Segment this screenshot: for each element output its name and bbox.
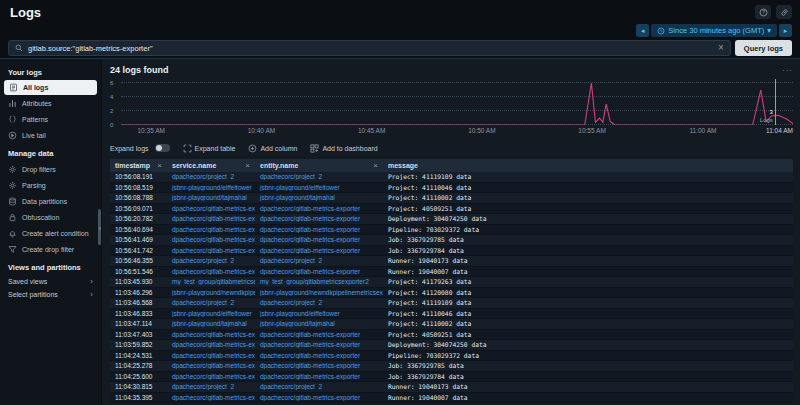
log-row[interactable]: 11:04:25.600dpachecorc/gitlab-metrics-ex…	[110, 372, 793, 383]
cell-entity-name[interactable]: dpachecorc/gitlab-metrics-exporter	[255, 215, 383, 222]
log-row[interactable]: 10:56:41.742dpachecorc/gitlab-metrics-ex…	[110, 246, 793, 257]
sidebar-item-patterns[interactable]: Patterns	[0, 111, 101, 127]
cell-entity-name[interactable]: dpachecorc/gitlab-metrics-exporter	[255, 352, 383, 359]
toggle-switch[interactable]	[155, 144, 170, 152]
cell-entity-name[interactable]: my_test_group/gitlabmetricsexporter2	[255, 278, 383, 285]
remove-column-icon[interactable]: ×	[373, 161, 378, 170]
cell-entity-name[interactable]: dpachecorc/gitlab-metrics-exporter	[255, 394, 383, 401]
cell-entity-name[interactable]: dpachecorc/gitlab-metrics-exporter	[255, 362, 383, 369]
column-header-message[interactable]: message	[383, 162, 793, 169]
expand-table-button[interactable]: Expand table	[183, 144, 236, 153]
log-row[interactable]: 10:56:08.788jsbnr-playground/tajmahaljsb…	[110, 193, 793, 204]
log-row[interactable]: 10:56:41.469dpachecorc/gitlab-metrics-ex…	[110, 235, 793, 246]
log-row[interactable]: 10:56:51.546dpachecorc/gitlab-metrics-ex…	[110, 267, 793, 278]
sidebar-item-select-partitions[interactable]: Select partitions›	[0, 288, 101, 301]
cell-service-name[interactable]: dpachecorc/gitlab-metrics-exporter	[167, 373, 255, 380]
cell-entity-name[interactable]: dpachecorc/gitlab-metrics-exporter	[255, 205, 383, 212]
cell-service-name[interactable]: dpachecorc/gitlab-metrics-exporter	[167, 331, 255, 338]
sidebar-item-live-tail[interactable]: Live tail	[0, 127, 101, 143]
cell-entity-name[interactable]: dpachecorc/gitlab-metrics-exporter	[255, 247, 383, 254]
column-header-entity-name[interactable]: entity.name×	[255, 161, 383, 170]
log-row[interactable]: 11:04:24.531dpachecorc/gitlab-metrics-ex…	[110, 351, 793, 362]
sidebar-item-saved-views[interactable]: Saved views›	[0, 275, 101, 288]
log-row[interactable]: 10:56:09.071dpachecorc/gitlab-metrics-ex…	[110, 204, 793, 215]
query-logs-button[interactable]: Query logs	[735, 40, 792, 56]
cell-service-name[interactable]: dpachecorc/gitlab-metrics-exporter	[167, 268, 255, 275]
log-row[interactable]: 11:03:46.833jsbnr-playground/eiffeltower…	[110, 309, 793, 320]
chart-plot-area[interactable]: 3Logs	[121, 79, 793, 125]
sidebar-item-create-alert-condition[interactable]: Create alert condition	[0, 225, 101, 241]
cell-entity-name[interactable]: dpachecorc/gitlab-metrics-exporter	[255, 268, 383, 275]
log-row[interactable]: 11:03:46.296jsbnr-playground/newndkpipel…	[110, 288, 793, 299]
time-range-button[interactable]: Since 30 minutes ago (GMT) ▾	[651, 24, 777, 37]
cell-service-name[interactable]: jsbnr-playground/newndkpipelinemetricsex…	[167, 289, 255, 296]
cell-service-name[interactable]: dpachecorc/gitlab-metrics-exporter	[167, 394, 255, 401]
add-to-dashboard-button[interactable]: Add to dashboard	[310, 144, 377, 153]
sidebar-item-all-logs[interactable]: All logs	[4, 80, 97, 95]
cell-entity-name[interactable]: dpachecorc/project_2	[255, 257, 383, 264]
more-options-icon[interactable]: ···	[782, 66, 793, 75]
cell-service-name[interactable]: dpachecorc/gitlab-metrics-exporter	[167, 215, 255, 222]
log-row[interactable]: 10:56:46.355dpachecorc/project_2dpacheco…	[110, 256, 793, 267]
cell-entity-name[interactable]: dpachecorc/gitlab-metrics-exporter	[255, 341, 383, 348]
search-input[interactable]: gitlab.source:"gitlab-metrics-exporter" …	[8, 40, 731, 56]
cell-service-name[interactable]: dpachecorc/gitlab-metrics-exporter	[167, 341, 255, 348]
time-prev-button[interactable]: ◂	[636, 24, 649, 37]
log-row[interactable]: 10:56:08.519jsbnr-playground/eiffeltower…	[110, 183, 793, 194]
cell-service-name[interactable]: dpachecorc/project_2	[167, 257, 255, 264]
cell-entity-name[interactable]: dpachecorc/gitlab-metrics-exporter	[255, 331, 383, 338]
sidebar-item-drop-filters[interactable]: Drop filters	[0, 161, 101, 177]
column-header-timestamp[interactable]: timestamp×	[110, 161, 167, 170]
sidebar-collapse-icon[interactable]: ‹	[99, 225, 101, 232]
cell-entity-name[interactable]: dpachecorc/gitlab-metrics-exporter	[255, 373, 383, 380]
add-column-button[interactable]: Add column	[248, 144, 297, 153]
cell-service-name[interactable]: dpachecorc/project_2	[167, 299, 255, 306]
cell-entity-name[interactable]: jsbnr-playground/eiffeltower	[255, 310, 383, 317]
log-row[interactable]: 11:03:47.114jsbnr-playground/tajmahaljsb…	[110, 319, 793, 330]
cell-entity-name[interactable]: jsbnr-playground/eiffeltower	[255, 184, 383, 191]
cell-service-name[interactable]: dpachecorc/gitlab-metrics-exporter	[167, 352, 255, 359]
sidebar-item-obfuscation[interactable]: Obfuscation	[0, 209, 101, 225]
cell-service-name[interactable]: dpachecorc/project_2	[167, 383, 255, 390]
log-row[interactable]: 11:03:59.852dpachecorc/gitlab-metrics-ex…	[110, 340, 793, 351]
log-row[interactable]: 10:56:08.191dpachecorc/project_2dpacheco…	[110, 172, 793, 183]
log-row[interactable]: 10:56:40.694dpachecorc/gitlab-metrics-ex…	[110, 225, 793, 236]
cell-entity-name[interactable]: dpachecorc/gitlab-metrics-exporter	[255, 236, 383, 243]
remove-column-icon[interactable]: ×	[157, 161, 162, 170]
cell-service-name[interactable]: jsbnr-playground/eiffeltower	[167, 310, 255, 317]
expand-logs-toggle[interactable]: Expand logs	[110, 144, 170, 152]
sidebar-item-create-drop-filter[interactable]: Create drop filter	[0, 241, 101, 257]
cell-entity-name[interactable]: dpachecorc/project_2	[255, 173, 383, 180]
cell-entity-name[interactable]: jsbnr-playground/newndkpipelinemetricsex…	[255, 289, 383, 296]
cell-service-name[interactable]: jsbnr-playground/eiffeltower	[167, 184, 255, 191]
cell-service-name[interactable]: jsbnr-playground/tajmahal	[167, 194, 255, 201]
cell-entity-name[interactable]: dpachecorc/gitlab-metrics-exporter	[255, 226, 383, 233]
cell-entity-name[interactable]: dpachecorc/project_2	[255, 299, 383, 306]
cell-service-name[interactable]: dpachecorc/gitlab-metrics-exporter	[167, 226, 255, 233]
cell-service-name[interactable]: dpachecorc/gitlab-metrics-exporter	[167, 362, 255, 369]
column-header-service-name[interactable]: service.name×	[167, 161, 255, 170]
sidebar-item-parsing[interactable]: Parsing	[0, 177, 101, 193]
logs-timeseries-chart[interactable]: 0246 3Logs	[110, 79, 793, 125]
cell-service-name[interactable]: dpachecorc/gitlab-metrics-exporter	[167, 247, 255, 254]
log-row[interactable]: 11:04:30.815dpachecorc/project_2dpacheco…	[110, 382, 793, 393]
cell-service-name[interactable]: dpachecorc/gitlab-metrics-exporter	[167, 205, 255, 212]
help-icon[interactable]: ?	[755, 5, 771, 19]
cell-service-name[interactable]: jsbnr-playground/tajmahal	[167, 320, 255, 327]
sidebar-item-attributes[interactable]: Attributes	[0, 95, 101, 111]
log-row[interactable]: 10:56:20.782dpachecorc/gitlab-metrics-ex…	[110, 214, 793, 225]
cell-entity-name[interactable]: jsbnr-playground/tajmahal	[255, 320, 383, 327]
log-row[interactable]: 11:03:47.403dpachecorc/gitlab-metrics-ex…	[110, 330, 793, 341]
cell-service-name[interactable]: dpachecorc/project_2	[167, 173, 255, 180]
log-row[interactable]: 11:03:45.930my_test_group/gitlabmetricse…	[110, 277, 793, 288]
time-next-button[interactable]: ▸	[779, 24, 792, 37]
cell-entity-name[interactable]: dpachecorc/project_2	[255, 383, 383, 390]
remove-column-icon[interactable]: ×	[245, 161, 250, 170]
link-icon[interactable]	[776, 5, 792, 19]
clear-search-icon[interactable]: ×	[718, 43, 724, 53]
log-row[interactable]: 11:03:46.568dpachecorc/project_2dpacheco…	[110, 298, 793, 309]
sidebar-item-data-partitions[interactable]: Data partitions	[0, 193, 101, 209]
log-row[interactable]: 11:04:35.395dpachecorc/gitlab-metrics-ex…	[110, 393, 793, 404]
cell-entity-name[interactable]: jsbnr-playground/tajmahal	[255, 194, 383, 201]
cell-service-name[interactable]: dpachecorc/gitlab-metrics-exporter	[167, 236, 255, 243]
